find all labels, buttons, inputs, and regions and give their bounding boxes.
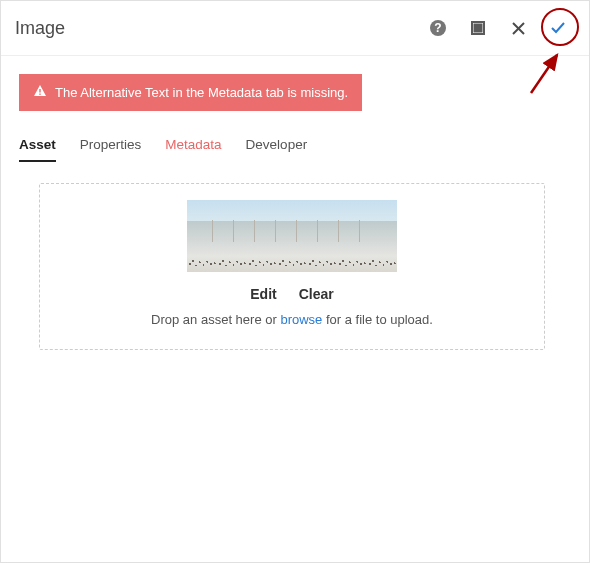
tab-properties[interactable]: Properties: [80, 133, 142, 160]
dropzone-hint: Drop an asset here or browse for a file …: [56, 312, 528, 327]
edit-button[interactable]: Edit: [250, 286, 276, 302]
warning-icon: [33, 84, 47, 101]
svg-rect-3: [475, 25, 482, 32]
confirm-button[interactable]: [541, 11, 575, 45]
clear-button[interactable]: Clear: [299, 286, 334, 302]
hint-prefix: Drop an asset here or: [151, 312, 280, 327]
fullscreen-icon[interactable]: [461, 11, 495, 45]
dialog-header: Image ?: [1, 1, 589, 56]
scroll-spacer: [19, 350, 565, 562]
tab-developer[interactable]: Developer: [246, 133, 308, 160]
svg-text:?: ?: [434, 21, 441, 35]
browse-link[interactable]: browse: [280, 312, 322, 327]
svg-rect-6: [39, 89, 40, 93]
asset-dropzone[interactable]: Edit Clear Drop an asset here or browse …: [39, 183, 545, 350]
header-actions: ?: [421, 11, 575, 45]
svg-rect-7: [39, 94, 40, 95]
close-icon[interactable]: [501, 11, 535, 45]
scroll-area[interactable]: The Alternative Text in the Metadata tab…: [19, 74, 571, 562]
tab-asset[interactable]: Asset: [19, 133, 56, 160]
help-icon[interactable]: ?: [421, 11, 455, 45]
dialog-title: Image: [15, 18, 421, 39]
asset-actions: Edit Clear: [56, 286, 528, 302]
alert-text: The Alternative Text in the Metadata tab…: [55, 85, 348, 100]
dialog-body: The Alternative Text in the Metadata tab…: [1, 56, 589, 562]
image-dialog: Image ? The Alternative Text in the Meta…: [0, 0, 590, 563]
tab-list: Asset Properties Metadata Developer: [19, 133, 565, 161]
validation-alert: The Alternative Text in the Metadata tab…: [19, 74, 362, 111]
tab-metadata[interactable]: Metadata: [165, 133, 221, 160]
asset-thumbnail: [187, 200, 397, 272]
hint-suffix: for a file to upload.: [322, 312, 433, 327]
